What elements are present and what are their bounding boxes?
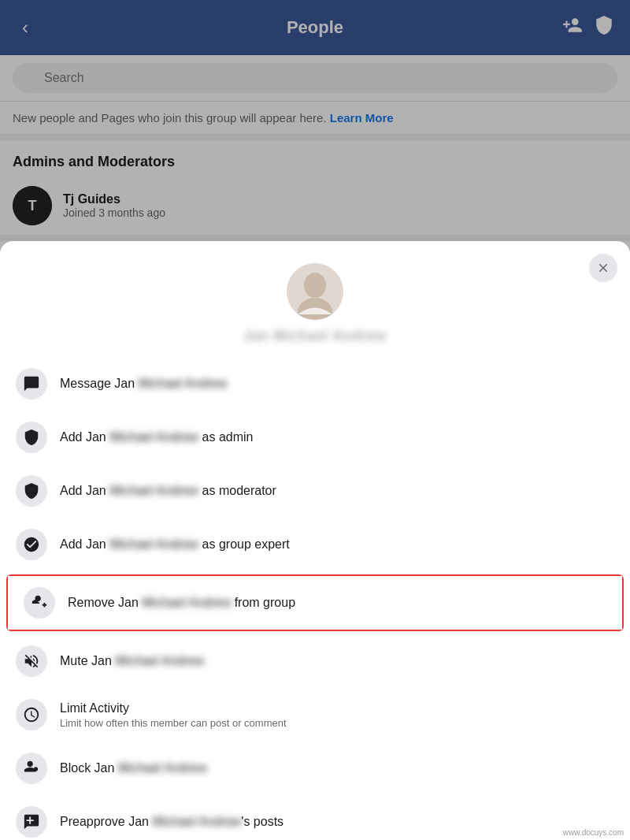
- menu-item-content: Message Jan Michael Andrew: [60, 377, 228, 391]
- add-moderator-icon: [16, 475, 47, 507]
- modal-close-button[interactable]: [589, 254, 617, 282]
- menu-item-content: Add Jan Michael Andrew as admin: [60, 430, 253, 444]
- menu-item-add-admin[interactable]: Add Jan Michael Andrew as admin: [0, 411, 630, 464]
- menu-item-remove[interactable]: Remove Jan Michael Andrew from group: [8, 576, 622, 630]
- modal-user-avatar: [287, 263, 343, 320]
- blurred-name: Michael Andrew: [115, 654, 204, 668]
- menu-item-content: Limit Activity Limit how often this memb…: [60, 701, 287, 729]
- modal-user-header: Jan Michael Andrew: [0, 241, 630, 357]
- blurred-name: Michael Andrew: [142, 596, 231, 610]
- menu-item-text: Add Jan Michael Andrew as group expert: [60, 537, 290, 552]
- remove-person-icon: [24, 587, 55, 619]
- blurred-name: Michael Andrew: [109, 430, 198, 444]
- mute-icon: [16, 645, 47, 677]
- menu-item-content: Add Jan Michael Andrew as group expert: [60, 537, 290, 552]
- menu-item-limit[interactable]: Limit Activity Limit how often this memb…: [0, 688, 630, 742]
- blurred-name: Michael Andrew: [118, 761, 207, 775]
- menu-item-message[interactable]: Message Jan Michael Andrew: [0, 357, 630, 411]
- blurred-name: Michael Andrew: [152, 815, 241, 829]
- menu-item-text: Add Jan Michael Andrew as admin: [60, 430, 253, 444]
- menu-item-text: Block Jan Michael Andrew: [60, 761, 207, 775]
- svg-point-3: [304, 273, 326, 298]
- block-icon: [16, 753, 47, 784]
- add-expert-icon: [16, 529, 47, 560]
- menu-item-content: Remove Jan Michael Andrew from group: [68, 596, 295, 610]
- menu-item-add-expert[interactable]: Add Jan Michael Andrew as group expert: [0, 518, 630, 571]
- menu-item-content: Mute Jan Michael Andrew: [60, 654, 204, 668]
- watermark: www.docuys.com: [563, 828, 624, 837]
- menu-item-text: Preapprove Jan Michael Andrew's posts: [60, 815, 284, 829]
- preapprove-icon: [16, 806, 47, 838]
- blurred-name: Michael Andrew: [109, 484, 198, 498]
- modal-sheet: Jan Michael Andrew Message Jan Michael A…: [0, 241, 630, 840]
- add-admin-icon: [16, 422, 47, 453]
- menu-list: Message Jan Michael Andrew Add Jan Micha…: [0, 357, 630, 840]
- menu-item-subtext: Limit how often this member can post or …: [60, 717, 287, 729]
- blurred-name: Michael Andrew: [139, 377, 228, 391]
- menu-item-block[interactable]: Block Jan Michael Andrew: [0, 742, 630, 795]
- menu-item-text: Message Jan Michael Andrew: [60, 377, 228, 391]
- menu-item-text: Limit Activity: [60, 701, 287, 715]
- menu-item-content: Block Jan Michael Andrew: [60, 761, 207, 775]
- menu-item-preapprove[interactable]: Preapprove Jan Michael Andrew's posts: [0, 795, 630, 840]
- menu-item-mute[interactable]: Mute Jan Michael Andrew: [0, 634, 630, 688]
- limit-icon: [16, 699, 47, 730]
- menu-item-text: Add Jan Michael Andrew as moderator: [60, 484, 276, 498]
- menu-item-text: Mute Jan Michael Andrew: [60, 654, 204, 668]
- blurred-name: Michael Andrew: [109, 537, 198, 552]
- message-icon: [16, 368, 47, 400]
- menu-item-text: Remove Jan Michael Andrew from group: [68, 596, 295, 610]
- menu-item-add-moderator[interactable]: Add Jan Michael Andrew as moderator: [0, 464, 630, 518]
- modal-username: Jan Michael Andrew: [243, 328, 386, 344]
- menu-item-content: Preapprove Jan Michael Andrew's posts: [60, 815, 284, 829]
- menu-item-content: Add Jan Michael Andrew as moderator: [60, 484, 276, 498]
